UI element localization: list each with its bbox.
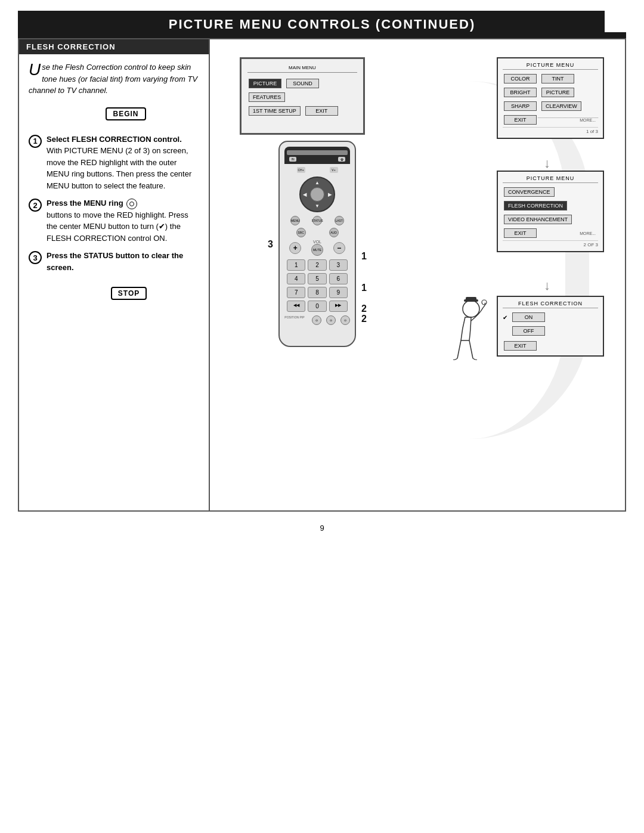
flesh-on-btn: ON: [512, 312, 545, 322]
main-menu-row-1: PICTURE SOUND: [247, 78, 357, 89]
flesh-correction-container: FLESH CORRECTION ✔ ON ✔ OFF EXIT: [438, 296, 604, 361]
step-2-number: 2: [29, 199, 42, 212]
step-1-bold: Select FLESH CORRECTION control.: [47, 135, 182, 144]
step-2-text: Press the MENU ring buttons to move the …: [47, 197, 199, 244]
pm2-more: MORE...: [580, 231, 598, 236]
remote-num-5[interactable]: 5: [308, 273, 326, 284]
remote-num-prev[interactable]: ◀◀: [287, 301, 305, 312]
step-1-text: Select FLESH CORRECTION control. With PI…: [47, 134, 199, 192]
flesh-exit-btn: EXIT: [504, 341, 537, 351]
pm1-sharp: SHARP: [504, 101, 537, 111]
nav-ring-center-button[interactable]: [310, 187, 324, 202]
pm2-page-indicator: 2 OF 3: [503, 240, 598, 247]
intro-paragraph: U se the Flesh Correction control to kee…: [29, 61, 199, 97]
remote-label-1b: 1: [361, 283, 367, 293]
pm2-bottom-row: EXIT MORE...: [503, 227, 598, 239]
remote-pos-btn-2[interactable]: ⊙: [326, 315, 336, 325]
pm1-dotted: MORE...: [538, 117, 598, 122]
pm2-convergence: CONVERGENCE: [504, 187, 555, 197]
remote-mute-area: VOL MUTE: [311, 240, 323, 256]
nav-arrow-left[interactable]: ◀: [303, 192, 306, 197]
remote-vol-row: + VOL MUTE −: [284, 240, 350, 256]
pm2-flesh-correction: FLESH CORRECTION: [504, 201, 567, 210]
menu-item-sound: SOUND: [286, 79, 319, 88]
step-2-bold: Press the MENU ring: [47, 199, 138, 208]
corner-decoration: [605, 11, 626, 32]
remote-num-7[interactable]: 7: [287, 287, 305, 298]
remote-btn-status[interactable]: STATUS: [312, 216, 322, 225]
remote-btn-vol-up[interactable]: V+: [330, 167, 338, 173]
person-svg: [438, 296, 492, 361]
remote-num-4[interactable]: 4: [287, 273, 305, 284]
remote-num-3[interactable]: 3: [329, 259, 348, 271]
remote-num-0[interactable]: 0: [308, 301, 326, 312]
remote-pos-btn-3[interactable]: ⊙: [340, 315, 350, 325]
remote-btn-ch-up[interactable]: CH+: [297, 167, 305, 173]
remote-bottom-spacer: [284, 325, 350, 337]
main-menu-screen: MAIN MENU PICTURE SOUND FEATURES 1ST TIM…: [240, 57, 365, 135]
nav-arrow-down[interactable]: ▼: [315, 203, 320, 209]
step-3-text: Press the STATUS button to clear the scr…: [47, 250, 199, 273]
pm1-color: COLOR: [504, 74, 537, 83]
main-content: FLESH CORRECTION U se the Flesh Correcti…: [18, 38, 626, 512]
remote-num-6[interactable]: 6: [329, 273, 348, 284]
pm2-row3: VIDEO ENHANCEMENT: [503, 213, 598, 225]
flesh-off-row: ✔ OFF: [503, 325, 598, 337]
remote-vol-plus[interactable]: +: [289, 242, 301, 254]
remote-pos-btn-1[interactable]: ⊙: [312, 315, 321, 325]
remote-num-next[interactable]: ▶▶: [329, 301, 348, 312]
pm2-exit: EXIT: [504, 228, 537, 238]
big-letter-u: U: [29, 61, 41, 78]
picture-menu-2-screen: PICTURE MENU CONVERGENCE FLESH CORRECTIO…: [497, 171, 604, 252]
svg-point-3: [482, 300, 487, 305]
remote-num-8[interactable]: 8: [308, 287, 326, 298]
nav-arrow-up[interactable]: ▲: [315, 180, 320, 185]
remote-num-1[interactable]: 1: [287, 259, 305, 271]
remote-btn-power[interactable]: ⏻: [338, 157, 345, 162]
begin-label: BEGIN: [106, 107, 145, 120]
right-panel: MAIN MENU PICTURE SOUND FEATURES 1ST TIM…: [210, 39, 625, 510]
remote-btn-source[interactable]: SRC: [296, 228, 306, 237]
menu-item-exit-main: EXIT: [305, 106, 338, 116]
remote-mute-btn[interactable]: MUTE: [311, 244, 323, 256]
arrow-pm2-to-flesh: ↓: [544, 278, 550, 293]
remote-num-grid: 1 2 3 4 5 6 7 8 9 ◀◀ 0 ▶▶: [287, 259, 348, 312]
remote-vol-minus[interactable]: −: [333, 242, 345, 254]
remote-num-2[interactable]: 2: [308, 259, 326, 271]
page-number: 9: [0, 524, 644, 541]
remote-top-buttons: IN ⏻: [287, 157, 348, 162]
remote-label-2b: 2: [361, 304, 367, 314]
step-2-detail: buttons to move the RED highlight. Press…: [47, 210, 188, 243]
remote-num-9[interactable]: 9: [329, 287, 348, 298]
step-2: 2 Press the MENU ring buttons to move th…: [29, 197, 199, 244]
remote-bottom-row: POSITION PIP ⊙ ⊙ ⊙: [284, 315, 350, 325]
main-menu-row-3: 1ST TIME SETUP EXIT: [247, 105, 357, 117]
remote-position-label: POSITION PIP: [284, 315, 304, 325]
flesh-off-btn: OFF: [512, 326, 545, 336]
remote-control-container: IN ⏻ CH+ V+ ▲ ▼ ◀ ▶: [278, 141, 356, 347]
remote-btn-audio[interactable]: AUD: [329, 228, 339, 237]
nav-arrow-right[interactable]: ▶: [328, 192, 332, 197]
intro-text: se the Flesh Correction control to keep …: [29, 63, 197, 95]
remote-btn-last[interactable]: LAST: [335, 216, 344, 225]
pm1-clearview: CLEARVIEW: [541, 101, 581, 111]
svg-rect-2: [466, 297, 476, 301]
section-title: FLESH CORRECTION: [19, 39, 209, 54]
menu-item-1st-time-setup: 1ST TIME SETUP: [249, 106, 301, 116]
step-3-bold: Press the STATUS button to clear the scr…: [47, 251, 183, 272]
remote-mid-row: MENU STATUS LAST: [284, 216, 350, 225]
remote-control: IN ⏻ CH+ V+ ▲ ▼ ◀ ▶: [278, 141, 356, 347]
pm2-row1: CONVERGENCE: [503, 186, 598, 198]
picture-menu-2-container: PICTURE MENU CONVERGENCE FLESH CORRECTIO…: [497, 171, 604, 252]
main-menu-title: MAIN MENU: [247, 65, 357, 73]
flesh-correction-screen: FLESH CORRECTION ✔ ON ✔ OFF EXIT: [497, 296, 604, 357]
remote-btn-menu[interactable]: MENU: [290, 216, 300, 225]
remote-btn-input[interactable]: IN: [289, 157, 296, 162]
nav-ring[interactable]: ▲ ▼ ◀ ▶: [299, 176, 335, 212]
menu-item-features: FEATURES: [249, 92, 285, 102]
empty-check: ✔: [503, 328, 507, 335]
menu-ring-icon-step2: [126, 199, 137, 209]
pm2-row2: FLESH CORRECTION: [503, 200, 598, 212]
pm1-more: MORE...: [580, 118, 596, 122]
pm1-row2: BRIGHT PICTURE: [503, 86, 598, 98]
